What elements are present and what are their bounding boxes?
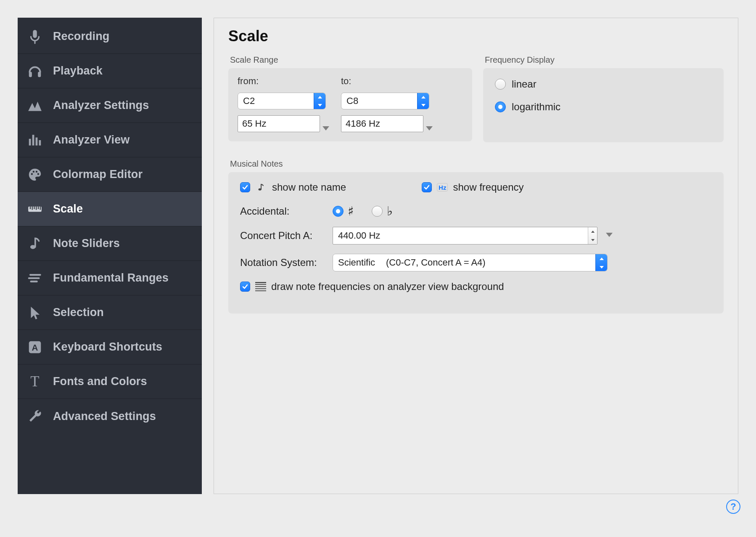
radio-icon — [495, 101, 506, 112]
checkbox-label: show note name — [272, 181, 346, 193]
sidebar-item-label: Note Sliders — [53, 237, 120, 250]
sidebar-item-recording[interactable]: Recording — [18, 19, 202, 54]
sidebar-item-playback[interactable]: Playback — [18, 54, 202, 88]
radio-icon — [372, 206, 383, 217]
stepper-icon[interactable] — [417, 93, 429, 109]
disclosure-icon[interactable] — [322, 126, 329, 130]
cursor-icon — [24, 305, 46, 321]
sidebar-item-label: Fundamental Ranges — [53, 271, 169, 284]
radio-label: logarithmic — [512, 101, 560, 113]
hz-icon: Hz — [437, 183, 448, 191]
sidebar-item-label: Scale — [53, 202, 83, 215]
sidebar-item-label: Playback — [53, 64, 103, 77]
concert-pitch-row: Concert Pitch A: 440.00 Hz — [240, 227, 712, 245]
sidebar-item-label: Analyzer Settings — [53, 99, 149, 112]
accidental-sharp-radio[interactable]: ♯ — [333, 205, 364, 218]
radio-icon — [495, 79, 506, 90]
from-hz-input[interactable]: 65 Hz — [238, 115, 320, 132]
from-hz-value: 65 Hz — [242, 118, 266, 129]
sidebar-item-colormap-editor[interactable]: Colormap Editor — [18, 157, 202, 192]
ruler-icon — [24, 201, 46, 217]
page-title: Scale — [228, 27, 724, 45]
concert-pitch-value: 440.00 Hz — [333, 227, 588, 244]
waveform-icon — [24, 98, 46, 114]
sidebar-item-analyzer-settings[interactable]: Analyzer Settings — [18, 88, 202, 123]
sidebar-item-label: Analyzer View — [53, 133, 130, 146]
draw-note-bg-checkbox[interactable]: draw note frequencies on analyzer view b… — [240, 281, 504, 292]
checkbox-icon — [240, 182, 250, 192]
preferences-window: Recording Playback Analyzer Settings Ana… — [18, 18, 738, 494]
sidebar: Recording Playback Analyzer Settings Ana… — [18, 18, 202, 494]
stepper-icon[interactable] — [595, 254, 607, 271]
to-hz-value: 4186 Hz — [346, 118, 380, 129]
headphones-icon — [24, 63, 46, 79]
sidebar-item-keyboard-shortcuts[interactable]: Keyboard Shortcuts — [18, 330, 202, 364]
notation-value-primary: Scientific — [338, 257, 375, 268]
accidental-label: Accidental: — [240, 205, 324, 217]
stepper-icon[interactable] — [588, 227, 597, 244]
checkbox-icon — [240, 282, 250, 292]
sidebar-item-analyzer-view[interactable]: Analyzer View — [18, 123, 202, 157]
help-button[interactable]: ? — [726, 500, 740, 514]
palette-icon — [24, 167, 46, 183]
sidebar-item-label: Fonts and Colors — [53, 375, 147, 388]
concert-pitch-input[interactable]: 440.00 Hz — [333, 227, 597, 245]
bars-icon — [24, 132, 46, 148]
checkbox-label: draw note frequencies on analyzer view b… — [271, 281, 504, 292]
radio-icon — [333, 206, 344, 217]
accidental-flat-radio[interactable]: ♭ — [372, 205, 403, 218]
notation-system-row: Notation System: Scientific (C0-C7, Conc… — [240, 254, 712, 271]
radio-label: linear — [512, 78, 537, 90]
scale-panel: Scale Scale Range from: C2 — [214, 18, 738, 494]
checkbox-label: show frequency — [453, 181, 523, 193]
group-label: Scale Range — [230, 55, 472, 65]
group-label: Frequency Display — [485, 55, 724, 65]
wrench-icon — [24, 408, 46, 424]
sidebar-item-note-sliders[interactable]: Note Sliders — [18, 226, 202, 261]
flat-symbol: ♭ — [387, 205, 393, 218]
notation-value-secondary: (C0-C7, Concert A = A4) — [386, 257, 486, 268]
sidebar-item-selection[interactable]: Selection — [18, 295, 202, 330]
notation-label: Notation System: — [240, 257, 324, 268]
to-label: to: — [341, 76, 433, 87]
lines-icon — [24, 270, 46, 286]
to-note-value: C8 — [341, 93, 417, 109]
accidental-row: Accidental: ♯ ♭ — [240, 205, 712, 218]
sidebar-item-fonts-and-colors[interactable]: Fonts and Colors — [18, 364, 202, 399]
from-label: from: — [238, 76, 329, 87]
scale-range-section: Scale Range from: C2 — [228, 55, 472, 142]
music-note-icon — [24, 236, 46, 252]
disclosure-icon[interactable] — [606, 233, 613, 237]
show-note-name-checkbox[interactable]: show note name — [240, 181, 346, 193]
music-note-icon — [255, 181, 267, 193]
frequency-display-section: Frequency Display linear logarithmic — [483, 55, 724, 142]
sidebar-item-label: Keyboard Shortcuts — [53, 340, 162, 354]
sidebar-item-label: Advanced Settings — [53, 410, 156, 423]
typography-icon — [24, 374, 46, 390]
sidebar-item-label: Selection — [53, 306, 104, 319]
concert-pitch-label: Concert Pitch A: — [240, 230, 324, 242]
sharp-symbol: ♯ — [348, 205, 354, 218]
sidebar-item-scale[interactable]: Scale — [18, 192, 202, 226]
disclosure-icon[interactable] — [426, 126, 433, 130]
checkbox-icon — [422, 182, 432, 192]
from-note-value: C2 — [238, 93, 314, 109]
group-label: Musical Notes — [230, 159, 724, 169]
help-label: ? — [730, 501, 736, 512]
to-note-select[interactable]: C8 — [341, 93, 429, 109]
musical-notes-section: Musical Notes show note name Hz show fre… — [228, 159, 724, 314]
sidebar-item-label: Colormap Editor — [53, 168, 143, 181]
sidebar-item-fundamental-ranges[interactable]: Fundamental Ranges — [18, 261, 202, 295]
sidebar-item-label: Recording — [53, 30, 109, 43]
stepper-icon[interactable] — [314, 93, 325, 109]
show-frequency-checkbox[interactable]: Hz show frequency — [422, 181, 523, 193]
to-hz-input[interactable]: 4186 Hz — [341, 115, 423, 132]
freq-logarithmic-radio[interactable]: logarithmic — [495, 101, 714, 113]
staff-lines-icon — [255, 282, 266, 291]
notation-system-select[interactable]: Scientific (C0-C7, Concert A = A4) — [333, 254, 608, 271]
sidebar-item-advanced-settings[interactable]: Advanced Settings — [18, 399, 202, 433]
from-note-select[interactable]: C2 — [238, 93, 326, 109]
keyboard-key-icon — [24, 339, 46, 355]
freq-linear-radio[interactable]: linear — [495, 78, 714, 90]
microphone-icon — [24, 29, 46, 45]
